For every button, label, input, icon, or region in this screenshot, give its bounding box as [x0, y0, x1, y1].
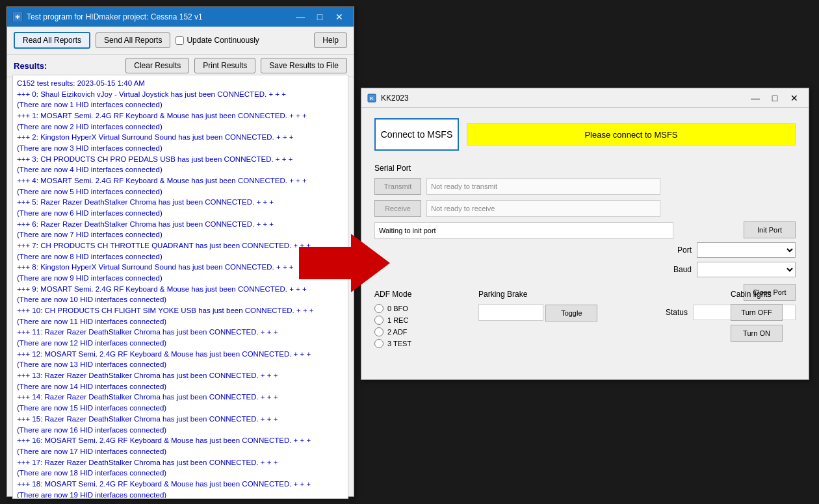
results-bar: Results: Clear Results Print Results Sav…	[7, 55, 354, 77]
connect-msfs-button[interactable]: Connect to MSFS	[374, 118, 459, 151]
adf-radio-item: 2 ADF	[374, 327, 452, 336]
adf-radio-item: 1 REC	[374, 316, 452, 325]
baud-select[interactable]	[697, 262, 796, 277]
log-line: C152 test results: 2023-05-15 1:40 AM	[17, 78, 344, 89]
second-title-controls: — □ ✕	[746, 91, 803, 105]
maximize-button[interactable]: □	[311, 10, 329, 24]
results-content[interactable]: C152 test results: 2023-05-15 1:40 AM+++…	[12, 75, 348, 499]
port-row: Port	[666, 242, 796, 258]
receive-row: Receive	[374, 200, 796, 217]
msfs-status-banner: Please connect to MSFS	[467, 123, 796, 145]
update-continuously-label[interactable]: Update Continuously	[176, 36, 259, 45]
log-line: +++ 4: MOSART Semi. 2.4G RF Keyboard & M…	[17, 175, 344, 186]
main-title-bar: Test program for HIDmaker project: Cessn…	[7, 7, 354, 27]
main-toolbar: Read All Reports Send All Reports Update…	[7, 27, 354, 55]
msfs-status-text: Please connect to MSFS	[584, 130, 677, 140]
read-all-reports-button[interactable]: Read All Reports	[14, 32, 90, 49]
adf-radio-label: 3 TEST	[387, 340, 411, 347]
main-window-title: Test program for HIDmaker project: Cessn…	[27, 12, 203, 21]
receive-button[interactable]: Receive	[374, 200, 421, 217]
help-button[interactable]: Help	[314, 32, 347, 48]
log-line: +++ 12: MOSART Semi. 2.4G RF Keyboard & …	[17, 349, 344, 360]
turn-on-button[interactable]: Turn ON	[731, 325, 783, 342]
update-continuously-checkbox[interactable]	[176, 36, 184, 45]
log-line: +++ 11: Razer Razer DeathStalker Chroma …	[17, 327, 344, 338]
log-line: +++ 17: Razer Razer DeathStalker Chroma …	[17, 457, 344, 468]
log-line: (There are now 5 HID interfaces connecte…	[17, 186, 344, 197]
adf-radio-group: 0 BFO1 REC2 ADF3 TEST	[374, 304, 452, 348]
adf-radio-label: 2 ADF	[387, 328, 408, 336]
serial-port-label: Serial Port	[374, 164, 796, 173]
baud-label: Baud	[666, 265, 692, 274]
second-title-left: K KK2023	[367, 93, 409, 103]
svg-text:K: K	[370, 95, 374, 101]
parking-brake-section: Parking Brake Toggle	[478, 290, 705, 348]
log-line: +++ 5: Razer Razer DeathStalker Chroma h…	[17, 197, 344, 208]
receive-status-field	[426, 200, 660, 217]
cabin-lights-label: Cabin lights	[731, 290, 796, 299]
adf-radio-item: 0 BFO	[374, 304, 452, 313]
title-bar-controls: — □ ✕	[291, 10, 348, 24]
waiting-field	[374, 222, 673, 239]
bottom-section: ADF Mode 0 BFO1 REC2 ADF3 TEST Parking B…	[374, 290, 796, 348]
log-line: (There are now 4 HID interfaces connecte…	[17, 164, 344, 175]
log-line: (There are now 10 HID interfaces connect…	[17, 294, 344, 305]
update-continuously-text: Update Continuously	[187, 36, 259, 45]
log-line: (There are now 12 HID interfaces connect…	[17, 338, 344, 349]
adf-radio-2[interactable]	[374, 327, 384, 336]
second-close-button[interactable]: ✕	[785, 91, 803, 105]
port-select[interactable]	[697, 242, 796, 258]
log-line: (There are now 16 HID interfaces connect…	[17, 425, 344, 436]
minimize-button[interactable]: —	[291, 10, 309, 24]
init-port-button[interactable]: Init Port	[744, 221, 796, 238]
adf-radio-3[interactable]	[374, 339, 384, 348]
log-line: +++ 18: MOSART Semi. 2.4G RF Keyboard & …	[17, 479, 344, 490]
turn-off-button[interactable]: Turn OFF	[731, 304, 783, 321]
log-line: +++ 6: Razer Razer DeathStalker Chroma h…	[17, 219, 344, 230]
log-line: (There are now 8 HID interfaces connecte…	[17, 251, 344, 262]
log-line: +++ 13: Razer Razer DeathStalker Chroma …	[17, 370, 344, 381]
log-line: +++ 16: MOSART Semi. 2.4G RF Keyboard & …	[17, 435, 344, 446]
second-app-icon: K	[367, 93, 377, 103]
send-all-reports-button[interactable]: Send All Reports	[96, 32, 170, 48]
print-results-button[interactable]: Print Results	[194, 58, 255, 73]
results-label: Results:	[14, 61, 47, 71]
second-maximize-button[interactable]: □	[766, 91, 784, 105]
clear-results-button[interactable]: Clear Results	[125, 58, 189, 73]
second-title-bar: K KK2023 — □ ✕	[361, 88, 809, 108]
adf-radio-label: 0 BFO	[387, 305, 408, 312]
adf-radio-item: 3 TEST	[374, 339, 452, 348]
port-label: Port	[666, 246, 692, 255]
log-line: (There are now 17 HID interfaces connect…	[17, 446, 344, 457]
toggle-button[interactable]: Toggle	[545, 305, 597, 321]
adf-radio-0[interactable]	[374, 304, 384, 313]
log-line: +++ 9: MOSART Semi. 2.4G RF Keyboard & M…	[17, 284, 344, 295]
second-minimize-button[interactable]: —	[746, 91, 764, 105]
log-line: +++ 7: CH PRODUCTS CH THROTTLE QUADRANT …	[17, 240, 344, 251]
adf-radio-1[interactable]	[374, 316, 384, 325]
log-line: (There are now 2 HID interfaces connecte…	[17, 121, 344, 132]
log-line: +++ 1: MOSART Semi. 2.4G RF Keyboard & M…	[17, 110, 344, 121]
transmit-row: Transmit	[374, 178, 796, 195]
log-line: (There are now 18 HID interfaces connect…	[17, 468, 344, 479]
log-line: +++ 10: CH PRODUCTS CH FLIGHT SIM YOKE U…	[17, 305, 344, 316]
log-line: (There are now 7 HID interfaces connecte…	[17, 229, 344, 240]
baud-row: Baud	[666, 262, 796, 277]
log-line: +++ 14: Razer Razer DeathStalker Chroma …	[17, 392, 344, 403]
title-bar-left: Test program for HIDmaker project: Cessn…	[12, 12, 203, 22]
log-line: (There are now 1 HID interfaces connecte…	[17, 99, 344, 110]
transmit-button[interactable]: Transmit	[374, 178, 421, 195]
log-line: +++ 3: CH PRODUCTS CH PRO PEDALS USB has…	[17, 154, 344, 165]
log-line: +++ 0: Shaul Eizikovich vJoy - Virtual J…	[17, 89, 344, 100]
second-window: K KK2023 — □ ✕ Connect to MSFS Please co…	[361, 88, 809, 380]
log-line: (There are now 15 HID interfaces connect…	[17, 403, 344, 414]
log-line: (There are now 3 HID interfaces connecte…	[17, 143, 344, 154]
svg-marker-3	[299, 234, 390, 292]
close-button[interactable]: ✕	[330, 10, 348, 24]
log-line: (There are now 9 HID interfaces connecte…	[17, 273, 344, 284]
arrow-icon	[299, 227, 390, 299]
parking-brake-label: Parking Brake	[478, 290, 705, 299]
log-line: (There are now 6 HID interfaces connecte…	[17, 208, 344, 219]
serial-port-label-text: Serial Port	[374, 164, 411, 173]
save-results-button[interactable]: Save Results to File	[261, 58, 347, 73]
